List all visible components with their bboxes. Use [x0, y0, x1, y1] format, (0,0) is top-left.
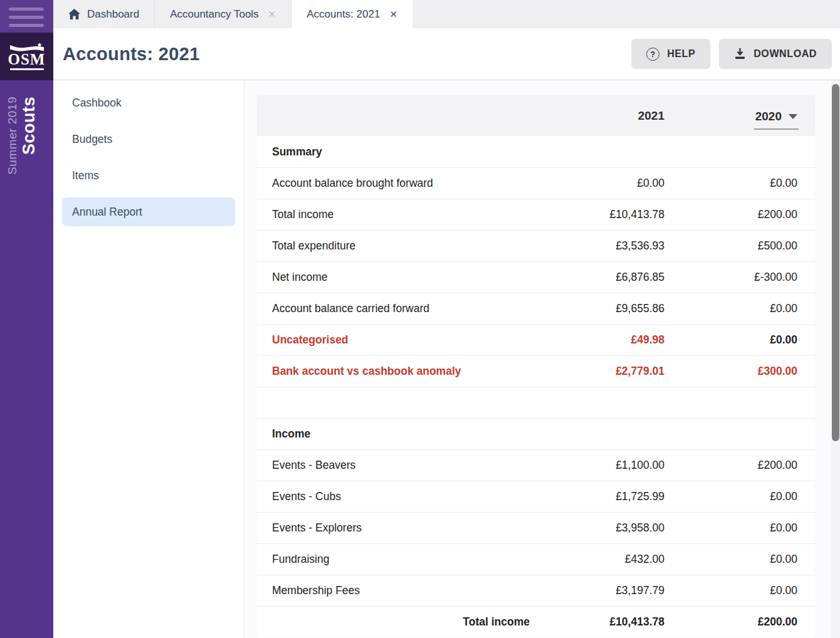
- osm-logo: OSM: [0, 33, 53, 80]
- accounts-sidebar: Cashbook Budgets Items Annual Report: [53, 80, 244, 638]
- help-button[interactable]: ? HELP: [631, 39, 710, 69]
- term-label: Summer 2019: [6, 97, 19, 175]
- app-window: OSM Summer 2019 Scouts Dashboard Account…: [0, 0, 840, 638]
- close-icon[interactable]: ✕: [389, 9, 397, 20]
- help-icon: ?: [646, 48, 659, 61]
- row-value-2021: £1,725.99: [530, 490, 664, 503]
- row-label: Events - Cubs: [257, 490, 530, 503]
- row-value-2021: £432.00: [530, 553, 664, 566]
- table-body: Summary Account balance brought forward …: [257, 136, 815, 637]
- table-header-row: 2021 2020: [257, 95, 815, 136]
- home-icon: [68, 9, 80, 19]
- sidebar-item-annual-report[interactable]: Annual Report: [62, 197, 235, 226]
- row-label: Account balance brought forward: [257, 177, 530, 190]
- section-header-row: Summary: [257, 136, 815, 167]
- row-value-2021: £3,536.93: [530, 239, 664, 253]
- table-row: Fundraising £432.00 £0.00: [257, 543, 815, 575]
- table-row: Events - Beavers £1,100.00 £200.00: [257, 449, 815, 481]
- table-row: Total income £10,413.78 £200.00: [257, 199, 815, 230]
- row-label: Account balance carried forward: [257, 302, 530, 315]
- sidebar-item-label: Cashbook: [72, 97, 122, 110]
- tab-label: Accountancy Tools: [170, 8, 258, 21]
- tab-label: Dashboard: [87, 8, 139, 21]
- table-row: Net income £6,876.85 £-300.00: [257, 261, 815, 293]
- row-value-2021: £6,876.85: [530, 271, 664, 284]
- download-icon: [734, 48, 746, 60]
- sidebar-item-items[interactable]: Items: [62, 161, 235, 190]
- row-value-2020: £0.00: [664, 584, 815, 597]
- spacer-row: [257, 387, 815, 418]
- row-label: Uncategorised: [257, 333, 530, 347]
- download-button[interactable]: DOWNLOAD: [719, 39, 832, 69]
- section-total-row: Total income £10,413.78 £200.00: [257, 606, 815, 637]
- tab-dashboard[interactable]: Dashboard: [53, 0, 155, 28]
- row-label: Fundraising: [257, 553, 530, 566]
- row-label: Events - Beavers: [257, 459, 530, 472]
- scrollbar-track[interactable]: [831, 80, 840, 638]
- row-label: Total income: [257, 208, 530, 221]
- row-value-2020: £0.00: [664, 521, 815, 535]
- row-value-2020: £200.00: [664, 208, 815, 221]
- row-value-2020: £300.00: [664, 365, 815, 378]
- row-value-2020: £200.00: [664, 459, 815, 472]
- row-value-2020: £200.00: [664, 615, 815, 629]
- row-label: Events - Explorers: [257, 521, 530, 535]
- row-label: Total expenditure: [257, 239, 530, 253]
- sidebar-item-label: Budgets: [72, 133, 112, 146]
- row-value-2021: £10,413.78: [530, 615, 664, 629]
- row-label: Membership Fees: [257, 584, 530, 597]
- close-icon[interactable]: ✕: [268, 9, 276, 20]
- row-value-2020: £0.00: [664, 177, 815, 190]
- sidebar-item-cashbook[interactable]: Cashbook: [62, 88, 235, 117]
- hamburger-menu-icon[interactable]: [0, 0, 53, 33]
- row-label: Total income: [257, 615, 530, 629]
- table-row: Events - Cubs £1,725.99 £0.00: [257, 481, 815, 512]
- sidebar-item-label: Items: [72, 169, 99, 182]
- row-value-2020: £0.00: [664, 553, 815, 566]
- table-row: Account balance brought forward £0.00 £0…: [257, 167, 815, 199]
- sidebar-item-label: Annual Report: [72, 206, 142, 219]
- table-row: Account balance carried forward £9,655.8…: [257, 293, 815, 324]
- row-value-2020: £0.00: [664, 333, 815, 347]
- row-value-2021: £2,779.01: [530, 365, 664, 378]
- page-title: Accounts: 2021: [63, 44, 622, 65]
- table-row: Bank account vs cashbook anomaly £2,779.…: [257, 355, 815, 387]
- row-value-2021: £49.98: [530, 333, 664, 347]
- section-rail: Summer 2019 Scouts: [0, 80, 53, 638]
- row-value-2020: £-300.00: [664, 271, 815, 284]
- tab-accounts-2021[interactable]: Accounts: 2021 ✕: [291, 0, 412, 28]
- download-button-label: DOWNLOAD: [753, 48, 817, 60]
- main-content: 2021 2020 Summary Account balance brough…: [244, 80, 840, 638]
- year-selector-value: 2020: [755, 110, 782, 123]
- row-value-2021: £3,958.00: [530, 521, 664, 535]
- table-row: Events - Explorers £3,958.00 £0.00: [257, 512, 815, 543]
- tab-label: Accounts: 2021: [307, 8, 380, 21]
- page-header: Accounts: 2021 ? HELP DOWNLOAD: [53, 28, 840, 80]
- section-name-label: Scouts: [19, 97, 39, 155]
- table-row: Total expenditure £3,536.93 £500.00: [257, 230, 815, 261]
- row-label: Income: [257, 427, 530, 441]
- row-value-2021: £10,413.78: [530, 208, 664, 221]
- table-row: Uncategorised £49.98 £0.00: [257, 324, 815, 355]
- row-value-2021: £9,655.86: [530, 302, 664, 315]
- osm-logo-text: OSM: [8, 51, 46, 67]
- sidebar-item-budgets[interactable]: Budgets: [62, 125, 235, 154]
- row-value-2021: £0.00: [530, 177, 664, 190]
- help-button-label: HELP: [667, 48, 695, 60]
- row-label: Net income: [257, 271, 530, 284]
- annual-report-table: 2021 2020 Summary Account balance brough…: [257, 95, 815, 637]
- tab-accountancy-tools[interactable]: Accountancy Tools ✕: [155, 0, 291, 28]
- chevron-down-icon: [789, 114, 797, 119]
- row-value-2020: £500.00: [664, 239, 815, 253]
- scrollbar-thumb[interactable]: [832, 84, 839, 441]
- row-label: Summary: [257, 145, 530, 159]
- row-value-2020: £0.00: [664, 490, 815, 503]
- section-header-row: Income: [257, 418, 815, 449]
- row-label: Bank account vs cashbook anomaly: [257, 365, 530, 378]
- tab-bar: Dashboard Accountancy Tools ✕ Accounts: …: [53, 0, 840, 28]
- year-selector-dropdown[interactable]: 2020: [754, 108, 799, 130]
- row-value-2021: £3,197.79: [530, 584, 664, 597]
- row-value-2020: £0.00: [664, 302, 815, 315]
- column-header-2021: 2021: [530, 109, 664, 123]
- osm-logo-rule: [10, 68, 44, 70]
